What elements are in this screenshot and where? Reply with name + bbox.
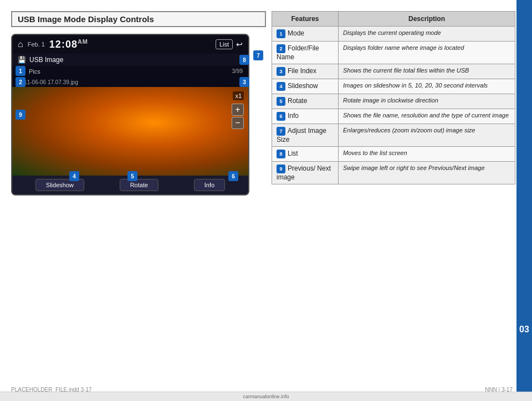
feature-label: Info bbox=[288, 112, 299, 120]
feature-name-cell: 2Folder/File Name bbox=[272, 42, 339, 64]
col-description: Description bbox=[339, 12, 515, 27]
feature-name-cell: 4Slideshow bbox=[272, 79, 339, 94]
screen-header-left: ⌂ Feb. 1 12:08AM bbox=[18, 38, 88, 50]
description-cell: Images on slideshow in 5, 10, 20, 30 sec… bbox=[339, 79, 515, 94]
right-sidebar: 03 bbox=[516, 0, 532, 401]
col-features: Features bbox=[272, 12, 339, 27]
feature-badge: 7 bbox=[277, 127, 285, 136]
screen-header: ⌂ Feb. 1 12:08AM List ↩ bbox=[12, 35, 248, 54]
table-row: 3File IndexShows the current file total … bbox=[272, 64, 515, 79]
feature-label: List bbox=[288, 150, 298, 157]
features-table: Features Description 1ModeDisplays the c… bbox=[272, 11, 515, 184]
section-title: USB Image Mode Display Controls bbox=[11, 11, 266, 27]
filename-row: 2011-06-06 17.07.39.jpg bbox=[12, 76, 248, 87]
table-row: 6InfoShows the file name, resolution and… bbox=[272, 109, 515, 124]
description-cell: Enlarges/reduces (zoom in/zoom out) imag… bbox=[339, 124, 515, 147]
right-section: Features Description 1ModeDisplays the c… bbox=[272, 11, 515, 184]
zoom-out-button[interactable]: − bbox=[232, 117, 244, 129]
table-row: 9Previous/ Next imageSwipe image left or… bbox=[272, 162, 515, 184]
feature-badge: 2 bbox=[277, 44, 285, 53]
main-content: USB Image Mode Display Controls ⌂ Feb. 1… bbox=[0, 0, 516, 401]
info-button[interactable]: Info bbox=[194, 179, 225, 191]
table-row: 5RotateRotate image in clockwise directi… bbox=[272, 94, 515, 109]
badge-7: 7 bbox=[253, 50, 263, 60]
folder-row: 📁 Pics 3/99 bbox=[12, 66, 248, 76]
left-section: USB Image Mode Display Controls ⌂ Feb. 1… bbox=[11, 11, 266, 196]
table-row: 2Folder/File NameDisplays folder name wh… bbox=[272, 42, 515, 64]
feature-name-cell: 8List bbox=[272, 147, 339, 162]
feature-label: Slideshow bbox=[288, 82, 318, 90]
description-cell: Shows the file name, resolution and the … bbox=[339, 109, 515, 124]
screen-subheader: 💾 USB Image bbox=[12, 54, 248, 66]
feature-name-cell: 1Mode bbox=[272, 27, 339, 42]
badge-6: 6 bbox=[228, 171, 238, 181]
badge-3: 3 bbox=[239, 77, 249, 87]
usb-icon: 💾 bbox=[18, 56, 26, 64]
screen-time: 12:08AM bbox=[49, 38, 88, 50]
table-row: 1ModeDisplays the current operating mode bbox=[272, 27, 515, 42]
feature-badge: 6 bbox=[277, 112, 285, 121]
usb-image-label: USB Image bbox=[29, 56, 63, 64]
file-count: 3/99 bbox=[232, 68, 243, 74]
description-cell: Rotate image in clockwise direction bbox=[339, 94, 515, 109]
feature-badge: 9 bbox=[277, 164, 285, 173]
feature-badge: 5 bbox=[277, 97, 285, 106]
list-button[interactable]: List bbox=[216, 39, 233, 49]
badge-2: 2 bbox=[16, 77, 25, 87]
feature-name-cell: 5Rotate bbox=[272, 94, 339, 109]
zoom-in-button[interactable]: + bbox=[232, 104, 244, 116]
badge-8: 8 bbox=[239, 55, 249, 65]
rotate-button[interactable]: Rotate bbox=[120, 179, 158, 191]
back-icon[interactable]: ↩ bbox=[236, 40, 243, 49]
description-cell: Displays folder name where image is loca… bbox=[339, 42, 515, 64]
zoom-controls: + − bbox=[232, 104, 244, 129]
description-cell: Displays the current operating mode bbox=[339, 27, 515, 42]
feature-name-cell: 3File Index bbox=[272, 64, 339, 79]
feature-label: Rotate bbox=[288, 97, 307, 105]
device-wrapper: ⌂ Feb. 1 12:08AM List ↩ 💾 USB Image bbox=[11, 34, 266, 196]
description-cell: Moves to the list screen bbox=[339, 147, 515, 162]
feature-label: Mode bbox=[288, 29, 304, 37]
folder-name: Pics bbox=[29, 68, 40, 75]
badge-1: 1 bbox=[16, 66, 25, 76]
sidebar-chapter-number: 03 bbox=[516, 325, 532, 335]
feature-badge: 3 bbox=[277, 67, 285, 76]
screen-date: Feb. 1 bbox=[28, 41, 45, 48]
badge-9: 9 bbox=[16, 110, 25, 120]
description-cell: Swipe image left or right to see Previou… bbox=[339, 162, 515, 184]
feature-badge: 8 bbox=[277, 150, 285, 158]
table-row: 7Adjust Image SizeEnlarges/reduces (zoom… bbox=[272, 124, 515, 147]
zoom-indicator: x1 bbox=[233, 91, 244, 100]
feature-badge: 1 bbox=[277, 29, 285, 38]
badge-5: 5 bbox=[127, 171, 137, 181]
screen-image-area: x1 + − bbox=[12, 87, 248, 176]
home-icon[interactable]: ⌂ bbox=[18, 39, 23, 49]
feature-name-cell: 9Previous/ Next image bbox=[272, 162, 339, 184]
table-row: 4SlideshowImages on slideshow in 5, 10, … bbox=[272, 79, 515, 94]
watermark: carmanualonline.info bbox=[0, 392, 532, 401]
badge-4: 4 bbox=[69, 171, 79, 181]
image-placeholder bbox=[12, 87, 248, 176]
feature-badge: 4 bbox=[277, 82, 285, 91]
table-row: 8ListMoves to the list screen bbox=[272, 147, 515, 162]
feature-name-cell: 6Info bbox=[272, 109, 339, 124]
feature-name-cell: 7Adjust Image Size bbox=[272, 124, 339, 147]
feature-label: File Index bbox=[288, 67, 316, 75]
filename-text: 2011-06-06 17.07.39.jpg bbox=[18, 79, 78, 85]
description-cell: Shows the current file total files withi… bbox=[339, 64, 515, 79]
